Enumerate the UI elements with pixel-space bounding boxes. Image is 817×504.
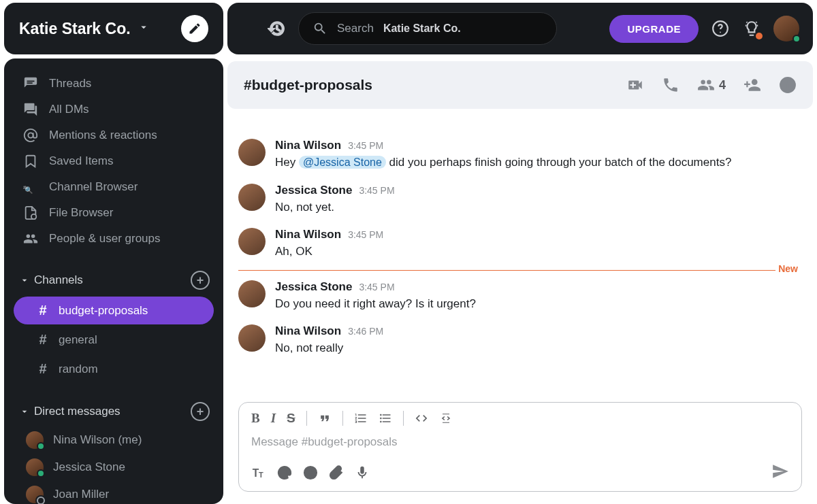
chevron-down-icon	[138, 21, 150, 37]
add-dm-button[interactable]: +	[191, 402, 210, 421]
code-button[interactable]	[415, 411, 428, 425]
nav-label: Saved Items	[49, 154, 210, 168]
quote-button[interactable]	[318, 411, 332, 425]
sidebar: Katie Stark Co. Threads All DMs Menti	[0, 0, 223, 504]
message: Nina Wilson3:45 PMAh, OK	[238, 224, 799, 269]
workspace-header: Katie Stark Co.	[4, 3, 223, 54]
dm-item[interactable]: Joan Miller	[4, 481, 223, 504]
message-author[interactable]: Nina Wilson	[275, 139, 341, 152]
nav-threads[interactable]: Threads	[4, 71, 223, 97]
message-time: 3:46 PM	[348, 326, 383, 337]
call-button[interactable]	[662, 76, 679, 94]
search-input[interactable]: Search Katie Stark Co.	[298, 12, 557, 45]
bold-button[interactable]: B	[251, 411, 260, 426]
help-icon	[711, 20, 729, 37]
add-person-icon	[743, 76, 761, 94]
message-text: Ah, OK	[275, 243, 799, 261]
composer-toolbar: B I S	[239, 403, 801, 429]
nav-mentions[interactable]: Mentions & reactions	[4, 122, 223, 148]
nav-label: Channel Browser	[49, 180, 210, 194]
upgrade-label: UPGRADE	[627, 23, 681, 35]
emoji-button[interactable]	[303, 465, 318, 480]
dms-section-header[interactable]: Direct messages +	[4, 397, 223, 426]
bullet-list-button[interactable]	[379, 411, 392, 425]
channel-item-general[interactable]: #general	[14, 326, 214, 354]
search-label: Search	[337, 22, 374, 35]
channels-section-header[interactable]: Channels +	[4, 265, 223, 295]
messages-list[interactable]: Nina Wilson3:45 PMHey @Jessica Stone did…	[227, 114, 813, 398]
upgrade-button[interactable]: UPGRADE	[609, 15, 699, 43]
add-member-button[interactable]	[743, 76, 761, 94]
help-button[interactable]	[711, 19, 730, 38]
workspace-name: Katie Stark Co.	[19, 20, 131, 38]
format-toggle-button[interactable]: TT	[251, 465, 266, 480]
strikethrough-button[interactable]: S	[287, 411, 295, 426]
hash-icon: #	[37, 303, 49, 318]
channel-info-button[interactable]	[779, 76, 797, 94]
svg-text:T: T	[259, 471, 263, 479]
message-text: Do you need it right away? Is it urgent?	[275, 295, 799, 313]
message-text: No, not really	[275, 339, 799, 357]
member-count: 4	[719, 78, 726, 93]
channel-item-random[interactable]: #random	[14, 355, 214, 383]
avatar[interactable]	[238, 228, 266, 255]
message-author[interactable]: Nina Wilson	[275, 324, 341, 338]
avatar[interactable]	[238, 280, 266, 307]
add-channel-button[interactable]: +	[191, 271, 210, 290]
nav-label: People & user groups	[49, 232, 210, 246]
avatar	[26, 458, 44, 476]
message-author[interactable]: Jessica Stone	[275, 184, 352, 197]
avatar[interactable]	[238, 324, 266, 352]
message-author[interactable]: Jessica Stone	[275, 280, 352, 294]
history-button[interactable]	[267, 19, 286, 38]
dm-name: Jessica Stone	[53, 460, 125, 474]
nav-channel-browser[interactable]: #🔍 Channel Browser	[4, 174, 223, 200]
avatar	[26, 431, 44, 449]
attach-button[interactable]	[329, 465, 344, 480]
code-block-button[interactable]	[439, 411, 453, 425]
nav-label: File Browser	[49, 206, 210, 220]
divider	[342, 411, 343, 426]
svg-point-11	[304, 467, 317, 479]
dms-icon	[23, 102, 38, 117]
message-input[interactable]: Message #budget-proposals	[239, 429, 801, 457]
channel-title[interactable]: #budget-proposals	[244, 77, 609, 93]
nav-saved[interactable]: Saved Items	[4, 148, 223, 174]
add-video-button[interactable]	[626, 76, 644, 94]
nav-file-browser[interactable]: File Browser	[4, 200, 223, 226]
notifications-button[interactable]	[742, 19, 761, 38]
edit-icon	[188, 22, 202, 35]
mention[interactable]: @Jessica Stone	[299, 156, 386, 169]
new-messages-divider: New	[238, 270, 799, 271]
members-button[interactable]: 4	[697, 76, 726, 94]
channel-item-budget-proposals[interactable]: #budget-proposals	[14, 297, 214, 324]
message: Jessica Stone3:45 PMNo, not yet.	[238, 180, 799, 224]
voice-button[interactable]	[355, 465, 370, 480]
workspace-switcher[interactable]: Katie Stark Co.	[19, 20, 172, 38]
section-label: Direct messages	[34, 405, 191, 418]
dm-item[interactable]: Nina Wilson (me)	[4, 426, 223, 454]
message-text: No, not yet.	[275, 199, 799, 216]
avatar[interactable]	[238, 184, 266, 211]
compose-button[interactable]	[181, 15, 208, 42]
send-button[interactable]	[771, 463, 789, 483]
avatar[interactable]	[238, 139, 266, 166]
italic-button[interactable]: I	[271, 411, 276, 426]
dm-item[interactable]: Jessica Stone	[4, 454, 223, 481]
message-time: 3:45 PM	[359, 282, 394, 292]
search-icon	[313, 21, 327, 36]
nav-people[interactable]: People & user groups	[4, 226, 223, 252]
search-scope: Katie Stark Co.	[383, 22, 461, 35]
mention-button[interactable]	[277, 465, 292, 480]
message-author[interactable]: Nina Wilson	[275, 228, 341, 241]
user-avatar[interactable]	[773, 16, 799, 41]
at-icon	[23, 128, 38, 143]
presence-indicator	[37, 442, 45, 450]
ordered-list-button[interactable]	[354, 411, 368, 425]
nav-all-dms[interactable]: All DMs	[4, 97, 223, 122]
members-icon	[697, 76, 715, 94]
new-label: New	[775, 263, 801, 274]
presence-indicator	[37, 497, 45, 504]
nav-label: Threads	[49, 77, 210, 90]
notification-dot	[756, 33, 763, 39]
